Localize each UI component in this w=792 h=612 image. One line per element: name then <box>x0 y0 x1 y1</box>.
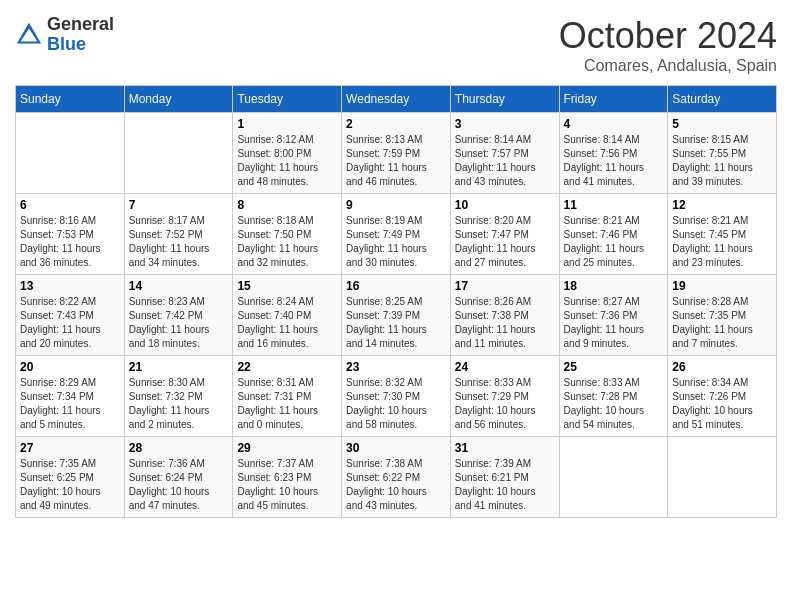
day-info: Sunrise: 8:14 AMSunset: 7:57 PMDaylight:… <box>455 133 555 189</box>
day-cell <box>668 437 777 518</box>
week-row-5: 27Sunrise: 7:35 AMSunset: 6:25 PMDayligh… <box>16 437 777 518</box>
day-cell: 20Sunrise: 8:29 AMSunset: 7:34 PMDayligh… <box>16 356 125 437</box>
day-number: 5 <box>672 117 772 131</box>
day-cell: 19Sunrise: 8:28 AMSunset: 7:35 PMDayligh… <box>668 275 777 356</box>
day-cell: 3Sunrise: 8:14 AMSunset: 7:57 PMDaylight… <box>450 113 559 194</box>
week-row-4: 20Sunrise: 8:29 AMSunset: 7:34 PMDayligh… <box>16 356 777 437</box>
day-number: 3 <box>455 117 555 131</box>
weekday-header-tuesday: Tuesday <box>233 86 342 113</box>
day-info: Sunrise: 8:33 AMSunset: 7:29 PMDaylight:… <box>455 376 555 432</box>
day-cell: 21Sunrise: 8:30 AMSunset: 7:32 PMDayligh… <box>124 356 233 437</box>
day-info: Sunrise: 8:31 AMSunset: 7:31 PMDaylight:… <box>237 376 337 432</box>
day-cell: 17Sunrise: 8:26 AMSunset: 7:38 PMDayligh… <box>450 275 559 356</box>
week-row-3: 13Sunrise: 8:22 AMSunset: 7:43 PMDayligh… <box>16 275 777 356</box>
day-number: 17 <box>455 279 555 293</box>
weekday-header-row: SundayMondayTuesdayWednesdayThursdayFrid… <box>16 86 777 113</box>
week-row-1: 1Sunrise: 8:12 AMSunset: 8:00 PMDaylight… <box>16 113 777 194</box>
day-cell: 8Sunrise: 8:18 AMSunset: 7:50 PMDaylight… <box>233 194 342 275</box>
day-cell: 12Sunrise: 8:21 AMSunset: 7:45 PMDayligh… <box>668 194 777 275</box>
day-cell: 14Sunrise: 8:23 AMSunset: 7:42 PMDayligh… <box>124 275 233 356</box>
day-info: Sunrise: 8:15 AMSunset: 7:55 PMDaylight:… <box>672 133 772 189</box>
day-cell: 6Sunrise: 8:16 AMSunset: 7:53 PMDaylight… <box>16 194 125 275</box>
day-cell <box>559 437 668 518</box>
day-number: 20 <box>20 360 120 374</box>
day-cell: 27Sunrise: 7:35 AMSunset: 6:25 PMDayligh… <box>16 437 125 518</box>
weekday-header-wednesday: Wednesday <box>342 86 451 113</box>
day-number: 14 <box>129 279 229 293</box>
day-number: 6 <box>20 198 120 212</box>
day-number: 24 <box>455 360 555 374</box>
day-info: Sunrise: 8:17 AMSunset: 7:52 PMDaylight:… <box>129 214 229 270</box>
weekday-header-sunday: Sunday <box>16 86 125 113</box>
day-number: 26 <box>672 360 772 374</box>
day-cell: 23Sunrise: 8:32 AMSunset: 7:30 PMDayligh… <box>342 356 451 437</box>
day-number: 23 <box>346 360 446 374</box>
logo: General Blue <box>15 15 114 55</box>
day-number: 7 <box>129 198 229 212</box>
day-cell: 11Sunrise: 8:21 AMSunset: 7:46 PMDayligh… <box>559 194 668 275</box>
day-info: Sunrise: 8:21 AMSunset: 7:45 PMDaylight:… <box>672 214 772 270</box>
day-number: 22 <box>237 360 337 374</box>
logo-general-text: General <box>47 15 114 35</box>
day-number: 19 <box>672 279 772 293</box>
page-header: General Blue October 2024 Comares, Andal… <box>15 15 777 75</box>
day-info: Sunrise: 8:22 AMSunset: 7:43 PMDaylight:… <box>20 295 120 351</box>
day-info: Sunrise: 7:36 AMSunset: 6:24 PMDaylight:… <box>129 457 229 513</box>
day-number: 4 <box>564 117 664 131</box>
day-cell: 30Sunrise: 7:38 AMSunset: 6:22 PMDayligh… <box>342 437 451 518</box>
day-cell: 18Sunrise: 8:27 AMSunset: 7:36 PMDayligh… <box>559 275 668 356</box>
day-info: Sunrise: 8:16 AMSunset: 7:53 PMDaylight:… <box>20 214 120 270</box>
day-cell: 22Sunrise: 8:31 AMSunset: 7:31 PMDayligh… <box>233 356 342 437</box>
day-info: Sunrise: 8:25 AMSunset: 7:39 PMDaylight:… <box>346 295 446 351</box>
day-cell: 7Sunrise: 8:17 AMSunset: 7:52 PMDaylight… <box>124 194 233 275</box>
day-number: 2 <box>346 117 446 131</box>
day-info: Sunrise: 8:20 AMSunset: 7:47 PMDaylight:… <box>455 214 555 270</box>
day-cell: 26Sunrise: 8:34 AMSunset: 7:26 PMDayligh… <box>668 356 777 437</box>
day-info: Sunrise: 8:24 AMSunset: 7:40 PMDaylight:… <box>237 295 337 351</box>
day-info: Sunrise: 8:14 AMSunset: 7:56 PMDaylight:… <box>564 133 664 189</box>
day-cell: 24Sunrise: 8:33 AMSunset: 7:29 PMDayligh… <box>450 356 559 437</box>
day-cell <box>124 113 233 194</box>
day-info: Sunrise: 8:34 AMSunset: 7:26 PMDaylight:… <box>672 376 772 432</box>
day-cell: 10Sunrise: 8:20 AMSunset: 7:47 PMDayligh… <box>450 194 559 275</box>
day-info: Sunrise: 8:18 AMSunset: 7:50 PMDaylight:… <box>237 214 337 270</box>
day-number: 8 <box>237 198 337 212</box>
day-cell: 2Sunrise: 8:13 AMSunset: 7:59 PMDaylight… <box>342 113 451 194</box>
logo-blue-text: Blue <box>47 35 114 55</box>
month-title: October 2024 <box>559 15 777 57</box>
day-number: 10 <box>455 198 555 212</box>
day-info: Sunrise: 8:12 AMSunset: 8:00 PMDaylight:… <box>237 133 337 189</box>
day-number: 25 <box>564 360 664 374</box>
day-number: 28 <box>129 441 229 455</box>
day-info: Sunrise: 7:38 AMSunset: 6:22 PMDaylight:… <box>346 457 446 513</box>
day-number: 27 <box>20 441 120 455</box>
day-cell: 15Sunrise: 8:24 AMSunset: 7:40 PMDayligh… <box>233 275 342 356</box>
week-row-2: 6Sunrise: 8:16 AMSunset: 7:53 PMDaylight… <box>16 194 777 275</box>
day-cell: 25Sunrise: 8:33 AMSunset: 7:28 PMDayligh… <box>559 356 668 437</box>
day-info: Sunrise: 8:33 AMSunset: 7:28 PMDaylight:… <box>564 376 664 432</box>
day-info: Sunrise: 8:32 AMSunset: 7:30 PMDaylight:… <box>346 376 446 432</box>
day-info: Sunrise: 8:26 AMSunset: 7:38 PMDaylight:… <box>455 295 555 351</box>
day-info: Sunrise: 8:19 AMSunset: 7:49 PMDaylight:… <box>346 214 446 270</box>
day-cell: 13Sunrise: 8:22 AMSunset: 7:43 PMDayligh… <box>16 275 125 356</box>
day-cell: 5Sunrise: 8:15 AMSunset: 7:55 PMDaylight… <box>668 113 777 194</box>
title-section: October 2024 Comares, Andalusia, Spain <box>559 15 777 75</box>
day-number: 13 <box>20 279 120 293</box>
day-cell: 16Sunrise: 8:25 AMSunset: 7:39 PMDayligh… <box>342 275 451 356</box>
day-cell: 9Sunrise: 8:19 AMSunset: 7:49 PMDaylight… <box>342 194 451 275</box>
day-info: Sunrise: 8:21 AMSunset: 7:46 PMDaylight:… <box>564 214 664 270</box>
day-info: Sunrise: 7:35 AMSunset: 6:25 PMDaylight:… <box>20 457 120 513</box>
day-info: Sunrise: 8:29 AMSunset: 7:34 PMDaylight:… <box>20 376 120 432</box>
calendar-table: SundayMondayTuesdayWednesdayThursdayFrid… <box>15 85 777 518</box>
day-number: 29 <box>237 441 337 455</box>
day-info: Sunrise: 7:37 AMSunset: 6:23 PMDaylight:… <box>237 457 337 513</box>
day-info: Sunrise: 8:13 AMSunset: 7:59 PMDaylight:… <box>346 133 446 189</box>
day-number: 30 <box>346 441 446 455</box>
logo-icon <box>15 21 43 49</box>
day-info: Sunrise: 8:30 AMSunset: 7:32 PMDaylight:… <box>129 376 229 432</box>
day-number: 12 <box>672 198 772 212</box>
day-cell: 31Sunrise: 7:39 AMSunset: 6:21 PMDayligh… <box>450 437 559 518</box>
day-cell: 28Sunrise: 7:36 AMSunset: 6:24 PMDayligh… <box>124 437 233 518</box>
day-cell: 29Sunrise: 7:37 AMSunset: 6:23 PMDayligh… <box>233 437 342 518</box>
day-info: Sunrise: 8:23 AMSunset: 7:42 PMDaylight:… <box>129 295 229 351</box>
